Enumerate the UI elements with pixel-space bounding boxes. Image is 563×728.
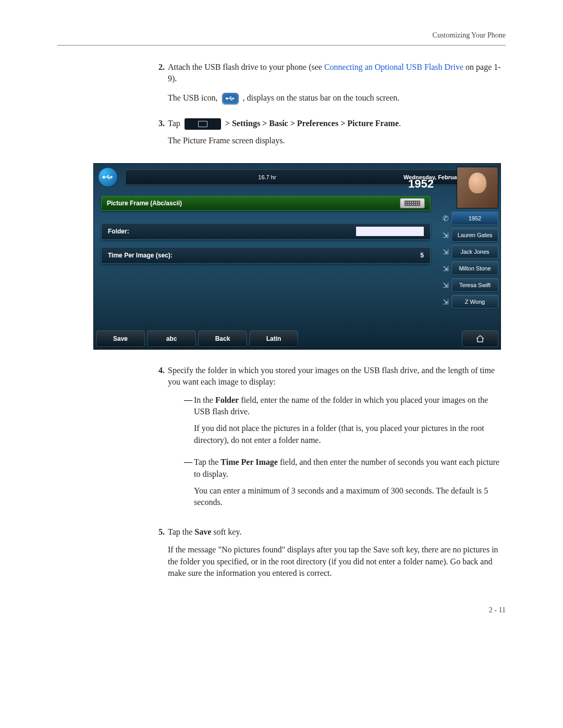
step3-path: > Settings > Basic > Preferences > Pictu…: [225, 119, 399, 128]
step4-d2a: Tap the: [194, 458, 221, 466]
extension-large: 1952: [408, 177, 434, 191]
step-number: 4.: [151, 365, 168, 519]
buddy-icon: ⇲: [440, 298, 451, 306]
folder-field[interactable]: Folder:: [101, 223, 431, 240]
buddy-icon: ⇲: [440, 281, 451, 289]
usb-icon: [222, 93, 239, 104]
home-button[interactable]: [462, 330, 498, 347]
dash: —: [182, 394, 194, 453]
step-number: 5.: [151, 526, 168, 586]
keyboard-icon[interactable]: [400, 198, 425, 208]
status-hours: 16.7 hr: [258, 174, 276, 180]
step-4: 4. Specify the folder in which you store…: [151, 365, 506, 519]
step5-b: soft key.: [211, 527, 241, 536]
buddy-icon: ⇲: [440, 264, 451, 273]
line-icon: ✆: [440, 214, 451, 223]
dash: —: [182, 456, 194, 515]
picture-frame-screenshot: 16.7 hr Wednesday, February 4 1:30 PM 19…: [94, 164, 500, 349]
step3-tap: Tap: [168, 119, 182, 128]
contact-z-wong[interactable]: Z Wong: [451, 295, 498, 309]
step4-d2-para2: You can enter a minimum of 3 seconds and…: [194, 485, 506, 509]
contact-teresa-swift[interactable]: Teresa Swift: [451, 278, 498, 292]
step5-para2: If the message "No pictures found" displ…: [168, 544, 506, 579]
time-label: Time Per Image (sec):: [108, 252, 173, 259]
section-title: Customizing Your Phone: [433, 31, 506, 40]
step2-text-a: Attach the USB flash drive to your phone…: [168, 63, 324, 71]
contact-1952[interactable]: 1952: [451, 212, 498, 225]
step3-note: The Picture Frame screen displays.: [168, 135, 506, 146]
softkey-back[interactable]: Back: [198, 330, 247, 347]
contacts-sidebar: ✆1952 ⇲Lauren Gates ⇲Jack Jones ⇲Milton …: [440, 167, 498, 327]
softkey-latin[interactable]: Latin: [249, 330, 298, 347]
screen-title-bar: Picture Frame (Abc/ascii): [101, 196, 431, 211]
usb-line-b: , displays on the status bar on the touc…: [243, 93, 400, 102]
contact-milton-stone[interactable]: Milton Stone: [451, 262, 498, 275]
link-usb-drive[interactable]: Connecting an Optional USB Flash Drive: [324, 63, 463, 71]
buddy-icon: ⇲: [440, 231, 451, 239]
avatar: [457, 167, 498, 208]
buddy-icon: ⇲: [440, 248, 451, 256]
status-usb-icon[interactable]: [98, 167, 118, 187]
page-header: Customizing Your Phone: [57, 31, 506, 46]
step-3: 3. Tap > Settings > Basic > Preferences …: [151, 118, 506, 153]
step-5: 5. Tap the Save soft key. If the message…: [151, 526, 506, 586]
time-per-image-field[interactable]: Time Per Image (sec): 5: [101, 247, 431, 264]
step4-d1a: In the: [194, 396, 215, 404]
page-footer: 2 - 11: [57, 606, 506, 614]
softkey-save[interactable]: Save: [96, 330, 145, 347]
screen-title: Picture Frame (Abc/ascii): [107, 200, 182, 207]
step5-bold: Save: [194, 527, 211, 536]
step4-d1-para2: If you did not place the pictures in a f…: [194, 423, 506, 446]
usb-line-a: The USB icon,: [168, 93, 220, 102]
contact-jack-jones[interactable]: Jack Jones: [451, 245, 498, 258]
step-2: 2. Attach the USB flash drive to your ph…: [151, 61, 506, 110]
step4-d1-bold: Folder: [215, 396, 239, 404]
menu-button-icon: [185, 118, 221, 130]
folder-label: Folder:: [108, 228, 129, 235]
contact-lauren-gates[interactable]: Lauren Gates: [451, 228, 498, 242]
step-number: 3.: [151, 118, 168, 153]
step4-intro: Specify the folder in which you stored y…: [168, 365, 506, 388]
step3-dot: .: [399, 119, 401, 128]
time-value: 5: [420, 252, 424, 259]
step4-d2-bold: Time Per Image: [221, 458, 278, 466]
step-number: 2.: [151, 61, 168, 110]
softkey-abc[interactable]: abc: [147, 330, 196, 347]
softkey-bar: Save abc Back Latin: [96, 330, 498, 347]
step5-a: Tap the: [168, 527, 194, 536]
folder-input[interactable]: [356, 227, 424, 236]
